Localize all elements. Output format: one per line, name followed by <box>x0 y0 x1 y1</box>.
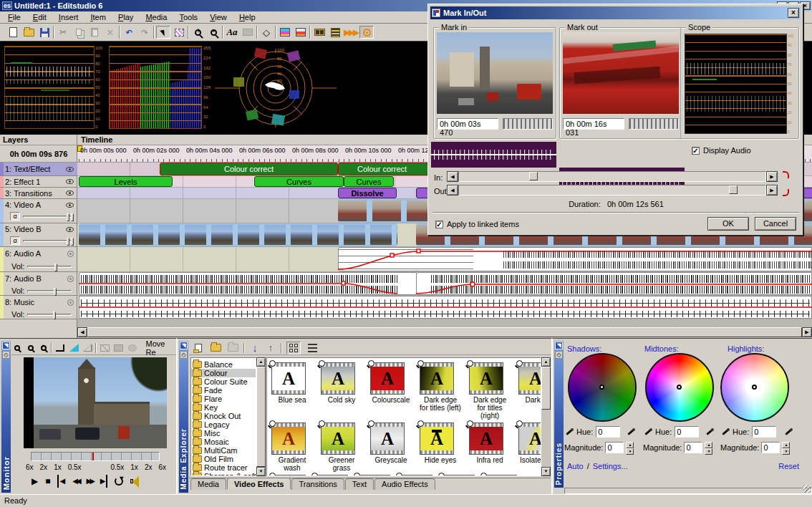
effect-item[interactable]: A <box>483 475 517 476</box>
midtones-wheel[interactable] <box>645 353 714 422</box>
fast-forward-icon[interactable]: ▶▶ <box>87 475 93 488</box>
eye-icon[interactable] <box>66 227 74 232</box>
layer-row-transitions[interactable]: 3: Transitions <box>0 188 77 199</box>
link-out-icon[interactable] <box>783 189 789 196</box>
eyedropper-plus-icon[interactable] <box>720 428 730 437</box>
eye-icon[interactable] <box>66 179 74 184</box>
clip-curves-1[interactable]: Curves <box>254 176 344 187</box>
eye-icon[interactable] <box>66 167 74 172</box>
spinner-buttons[interactable]: ▲▼ <box>626 442 634 453</box>
display-audio-row[interactable]: ✓ Display Audio <box>692 146 751 155</box>
folder-item[interactable]: Mosaic <box>191 438 256 446</box>
highlights-wheel[interactable] <box>720 353 789 422</box>
tab-media[interactable]: Media <box>190 478 226 490</box>
keyframe-diamond-icon[interactable]: ◇ <box>259 26 274 39</box>
zoom-in-icon[interactable]: + <box>190 26 205 39</box>
effect-item[interactable]: AGreyscale <box>370 422 412 472</box>
ramp-filled-icon[interactable] <box>68 342 80 354</box>
text-tool-icon[interactable]: Aa <box>225 26 239 39</box>
speed-label[interactable]: 6x <box>26 463 34 472</box>
opacity-slider[interactable] <box>23 216 73 218</box>
speaker-icon[interactable] <box>130 476 140 486</box>
paste-icon[interactable] <box>87 26 102 39</box>
effects-scrollbar[interactable]: ▲ ▼ <box>541 357 551 476</box>
folder-item[interactable]: Old Film <box>191 455 256 463</box>
scroll-right-button[interactable]: ▶ <box>802 327 812 337</box>
folder-item[interactable]: Sharpen & soften <box>191 472 256 476</box>
redo-icon[interactable]: ↷ <box>137 26 152 39</box>
safe-area-icon[interactable] <box>98 342 110 354</box>
mark-out-timecode[interactable]: 0h 00m 16s 031 <box>563 118 624 130</box>
menu-help[interactable]: Help <box>234 11 261 23</box>
in-slider-thumb[interactable] <box>529 172 538 180</box>
effect-item[interactable]: A <box>271 475 306 476</box>
out-slider[interactable]: ◀ ▶ <box>447 185 778 195</box>
folder-item[interactable]: MultiCam <box>191 446 256 455</box>
volume-slider-thumb[interactable] <box>54 264 57 271</box>
clip-list-icon[interactable] <box>328 26 342 39</box>
folder-item[interactable]: Colour Suite <box>191 377 256 386</box>
clip-music[interactable] <box>79 296 812 319</box>
new-folder-icon[interactable] <box>209 342 222 354</box>
menu-file[interactable]: File <box>3 11 26 23</box>
open-icon[interactable] <box>21 26 36 39</box>
stop-icon[interactable]: ■ <box>45 475 50 488</box>
opacity-slider-thumb[interactable] <box>71 213 74 221</box>
tab-audio-effects[interactable]: Audio Effects <box>374 478 435 490</box>
zoom-out-icon[interactable] <box>24 342 36 354</box>
mark-in-timecode[interactable]: 0h 00m 03s 470 <box>437 118 498 130</box>
scroll-down-button[interactable]: ▼ <box>541 467 551 476</box>
settings-link[interactable]: Settings... <box>593 462 628 470</box>
slider-right-arrow[interactable]: ▶ <box>766 185 778 195</box>
layer-row-audio-a[interactable]: 6: Audio A Vol: <box>0 247 77 272</box>
storyboard-icon[interactable] <box>312 26 327 39</box>
effect-item[interactable]: AGradient wash <box>271 422 313 472</box>
pin-icon[interactable]: ◇ <box>555 351 563 359</box>
clip-audio-a[interactable] <box>338 247 812 271</box>
dock-icon[interactable]: ◥ <box>555 342 563 349</box>
effect-item[interactable]: AInfra red <box>469 422 511 472</box>
layer-row-video-a[interactable]: 4: Video A α <box>0 199 77 223</box>
eye-icon[interactable] <box>66 190 74 195</box>
pointer-icon[interactable] <box>156 26 170 39</box>
layer-row-music[interactable]: 8: Music Vol: <box>0 296 77 319</box>
rewind-icon[interactable]: ◀◀ <box>72 475 79 488</box>
layer-row-text-effect[interactable]: 1: Text/Effect <box>0 163 77 176</box>
cancel-button[interactable]: Cancel <box>755 217 796 231</box>
folder-item[interactable]: Fade <box>191 386 256 395</box>
volume-slider[interactable] <box>27 290 72 292</box>
opacity-slider-thumb[interactable] <box>67 213 69 221</box>
next-frame-icon[interactable]: ▶ <box>100 475 108 488</box>
opacity-slider-thumb[interactable] <box>71 238 74 246</box>
speed-label[interactable]: 0.5x <box>68 463 82 472</box>
eyedropper-minus-icon[interactable] <box>626 428 635 437</box>
slider-track[interactable] <box>458 185 766 195</box>
dock-icon[interactable]: ◥ <box>2 342 10 349</box>
undo-icon[interactable]: ↶ <box>122 26 136 39</box>
clip-audio-b-2[interactable] <box>416 272 812 295</box>
mark-in-jog-strip[interactable] <box>503 118 553 130</box>
effect-item[interactable]: ADark edge for titles (right) <box>469 362 511 420</box>
zoom-out-icon[interactable]: - <box>206 26 221 39</box>
eyedropper-minus-icon[interactable] <box>783 428 793 437</box>
scroll-up-button[interactable]: ▲ <box>256 357 266 367</box>
shadows-magnitude-input[interactable] <box>605 442 624 453</box>
pin-icon[interactable]: ◇ <box>2 351 10 359</box>
dialog-close-icon[interactable]: × <box>788 8 799 18</box>
media-gray-icon[interactable] <box>241 26 255 39</box>
folder-scrollbar[interactable]: ▲ ▼ <box>256 357 266 476</box>
effect-item[interactable]: A <box>314 475 348 476</box>
mask-icon[interactable] <box>112 342 125 354</box>
menu-play[interactable]: Play <box>113 11 138 23</box>
clip-curves-2[interactable]: Curves <box>344 176 394 187</box>
spinner-buttons[interactable]: ▲▼ <box>782 442 790 453</box>
apply-linked-row[interactable]: ✓ Apply to linked items <box>435 220 519 228</box>
midtones-hue-input[interactable] <box>675 426 699 438</box>
monitor-panel-grip[interactable]: ◥ ◇ Monitor <box>1 341 11 493</box>
clip-dissolve[interactable]: Dissolve <box>338 188 397 198</box>
slider-track[interactable] <box>458 171 766 182</box>
effect-item[interactable]: AGreener grass <box>321 422 362 472</box>
eye-icon[interactable] <box>66 203 74 208</box>
speaker-icon[interactable] <box>67 276 74 282</box>
volume-slider[interactable] <box>27 266 72 268</box>
